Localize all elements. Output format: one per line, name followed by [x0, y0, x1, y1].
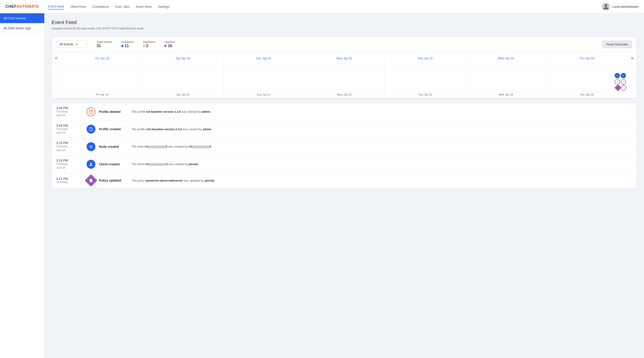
sidebar-item-all-chef-servers[interactable]: All Chef servers [0, 13, 44, 23]
user-name: Local Administrator [612, 5, 639, 8]
chart-col-6: ≡ ≡ ≡ ≡ [546, 65, 627, 91]
sidebar-item-all-chef-server-orgs[interactable]: All Chef server orgs [0, 23, 44, 33]
date-labels-row: Fri, Apr 19 Sat, Apr 20 Sun, Apr 21 Mon,… [52, 91, 637, 98]
subtitle-shortcut: SHIFT+R [102, 27, 114, 30]
subtitle-prefix: Displays events for the past week. Use [52, 27, 102, 30]
updates-count: 16 [168, 43, 172, 48]
logo-automate-text: AUTOMATE [17, 4, 39, 9]
updates-dot-icon [164, 44, 167, 47]
chart-col-4 [384, 65, 465, 91]
chart-icon-created-2: ≡ [621, 73, 626, 78]
total-events-count: 31 [96, 43, 112, 48]
layout: All Chef servers All Chef server orgs Ev… [0, 13, 644, 358]
feed-event-desc-3: The client i-03 was created by pivotal [132, 162, 198, 166]
chart-icons-bot [616, 85, 626, 90]
reset-timescale-button[interactable]: Reset Timescale [602, 41, 632, 48]
feed-event-title-0: Profile deleted [99, 110, 128, 114]
feed-time-sub-2: Thursday,April 25 [56, 145, 83, 152]
feed-container: 3:45 PM Thursday,April 25 Profile delete… [52, 103, 637, 188]
date-label-6: Thu, Apr 25 [546, 91, 627, 98]
feed-icon-deleted-0 [86, 107, 96, 116]
updates-label: Updates [164, 40, 175, 43]
timeline-date-1[interactable]: Sat, Apr 20 [142, 53, 223, 63]
feed-time-sub-4: Thursday, [56, 180, 83, 184]
chart-col-2 [223, 65, 304, 91]
feed-time-3: 3:19 PM Thursday,April 25 [56, 159, 83, 170]
avatar [602, 3, 610, 11]
main-nav: Event Feed Client Runs Compliance Scan J… [48, 4, 602, 9]
nav-event-feed[interactable]: Event Feed [48, 4, 64, 9]
chart-icon-deleted-1: ≡ [615, 79, 620, 84]
chart-icons-mid: ≡ ≡ [615, 79, 626, 84]
feed-item-3: 3:19 PM Thursday,April 25 Client created… [52, 156, 637, 173]
deletions-stat: Deletions 2 [143, 40, 156, 48]
chart-col-3 [304, 65, 384, 91]
sidebar: All Chef servers All Chef server orgs [0, 13, 44, 358]
date-label-5: Wed, Apr 24 [465, 91, 546, 98]
feed-time-0: 3:45 PM Thursday,April 25 [56, 106, 83, 117]
events-dropdown-label: All Events [60, 42, 73, 46]
nav-scan-jobs[interactable]: Scan Jobs [115, 4, 130, 9]
feed-event-desc-4: The policy opsworks-demo-webserver was u… [132, 179, 214, 182]
timeline-prev-button[interactable] [52, 52, 62, 64]
chart-col-1 [142, 65, 223, 91]
feed-icon-created-1 [86, 125, 96, 134]
feed-item-1: 3:44 PM Thursday,April 25 Profile create… [52, 121, 637, 138]
feed-time-1: 3:44 PM Thursday,April 25 [56, 124, 83, 135]
creations-dot-icon [121, 45, 124, 47]
total-events-label: Total events [96, 40, 112, 43]
chart-icons-top: ≡ ≡ [615, 73, 626, 78]
creations-label: Creations [121, 40, 134, 43]
timeline-date-4[interactable]: Tue, Apr 23 [384, 53, 465, 63]
date-label-0: Fri, Apr 19 [62, 91, 142, 98]
feed-time-main-4: 2:21 PM [56, 177, 83, 180]
filter-bar: All Events ▾ Total events 31 Creations 1… [52, 36, 637, 52]
feed-icon-client-3 [86, 160, 96, 169]
feed-item-2: 3:19 PM Thursday,April 25 Node created T… [52, 138, 637, 156]
feed-time-main-0: 3:45 PM [56, 106, 83, 110]
nav-asset-store[interactable]: Asset Store [136, 4, 152, 9]
deletions-label: Deletions [143, 40, 155, 43]
timeline-date-6[interactable]: Thu, Apr 25 [546, 53, 627, 63]
deletions-count: 2 [146, 43, 148, 48]
date-label-columns: Fri, Apr 19 Sat, Apr 20 Sun, Apr 21 Mon,… [62, 91, 627, 98]
feed-event-title-3: Client created [99, 162, 128, 166]
feed-time-main-2: 3:19 PM [56, 141, 83, 145]
feed-event-desc-1: The profile ssh-baseline version 2.3.2 w… [132, 128, 211, 131]
timeline-date-2[interactable]: Sun, Apr 21 [223, 53, 304, 63]
nav-client-runs[interactable]: Client Runs [70, 4, 86, 9]
page-title: Event Feed [52, 19, 637, 25]
feed-time-sub-1: Thursday,April 25 [56, 127, 83, 135]
timeline-next-button[interactable] [627, 52, 637, 64]
feed-icon-node-2 [86, 142, 96, 151]
chart-icon-diamond-2 [620, 84, 627, 91]
chart-icon-deleted-2: ≡ [621, 79, 626, 84]
date-label-2: Sun, Apr 21 [223, 91, 304, 98]
chart-icon-created-1: ≡ [615, 73, 620, 78]
nav-settings[interactable]: Settings [158, 4, 170, 9]
feed-time-main-3: 3:19 PM [56, 159, 83, 162]
date-label-1: Sat, Apr 20 [142, 91, 223, 98]
header: CHEFAUTOMATE Event Feed Client Runs Comp… [0, 0, 644, 13]
chevron-down-icon: ▾ [76, 42, 78, 46]
feed-time-sub-0: Thursday,April 25 [56, 110, 83, 117]
timeline-header: Fri, Apr 19 Sat, Apr 20 Sun, Apr 21 Mon,… [52, 52, 637, 65]
chart-area: ≡ ≡ ≡ ≡ [52, 65, 637, 91]
feed-event-title-4: Policy updated [99, 179, 128, 182]
logo-chef-text: CHEF [5, 4, 17, 9]
events-dropdown[interactable]: All Events ▾ [56, 41, 88, 48]
timeline-date-3[interactable]: Mon, Apr 22 [304, 53, 384, 63]
total-events-stat: Total events 31 [96, 40, 112, 48]
nav-compliance[interactable]: Compliance [92, 4, 109, 9]
feed-item-4: 2:21 PM Thursday, Policy updated The pol… [52, 173, 637, 188]
timeline-date-5[interactable]: Wed, Apr 24 [465, 53, 546, 63]
main-content: Event Feed Displays events for the past … [44, 13, 644, 358]
updates-stat: Updates 16 [164, 40, 176, 48]
deletions-dot-icon [143, 45, 145, 47]
filter-stats: Total events 31 Creations 11 Deletions [95, 40, 595, 48]
timeline-date-0[interactable]: Fri, Apr 19 [62, 53, 142, 63]
feed-time-main-1: 3:44 PM [56, 124, 83, 127]
feed-icon-policy-4 [85, 174, 98, 187]
page-subtitle: Displays events for the past week. Use S… [52, 27, 637, 30]
chart-col-0 [62, 65, 142, 91]
